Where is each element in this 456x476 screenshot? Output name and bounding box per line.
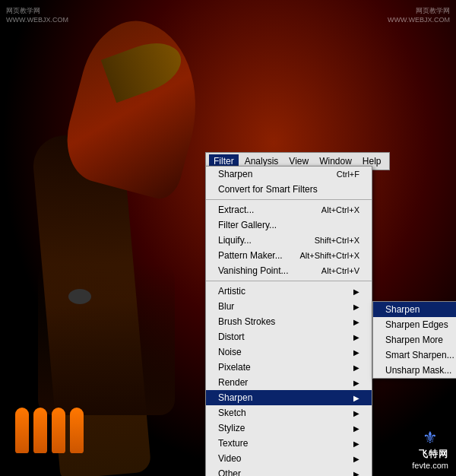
sharpen-submenu: Sharpen Sharpen Edges Sharpen More Smart… — [372, 301, 456, 379]
logo-icon: ⚜ — [412, 428, 448, 448]
dd-noise[interactable]: Noise ▶ — [206, 344, 372, 360]
dd-pixelate[interactable]: Pixelate ▶ — [206, 360, 372, 375]
dd-sharpen-main[interactable]: Sharpen ▶ — [206, 390, 372, 405]
logo-site: fevte.com — [412, 461, 448, 470]
sub-sharpen[interactable]: Sharpen — [373, 302, 456, 317]
dd-artistic[interactable]: Artistic ▶ — [206, 284, 372, 299]
dd-stylize[interactable]: Stylize ▶ — [206, 420, 372, 436]
dd-brush-strokes[interactable]: Brush Strokes ▶ — [206, 314, 372, 329]
sub-sharpen-edges[interactable]: Sharpen Edges — [373, 317, 456, 332]
sub-smart-sharpen[interactable]: Smart Sharpen... — [373, 347, 456, 363]
dd-extract[interactable]: Extract... Alt+Ctrl+X — [206, 202, 372, 217]
dd-video[interactable]: Video ▶ — [206, 451, 372, 466]
dd-liquify[interactable]: Liquify... Shift+Ctrl+X — [206, 233, 372, 248]
dd-other[interactable]: Other ▶ — [206, 466, 372, 476]
filter-dropdown: Sharpen Ctrl+F Convert for Smart Filters… — [205, 166, 372, 476]
dd-texture[interactable]: Texture ▶ — [206, 436, 372, 451]
divider-1 — [206, 199, 372, 200]
divider-2 — [206, 281, 372, 281]
dd-pattern-maker[interactable]: Pattern Maker... Alt+Shift+Ctrl+X — [206, 248, 372, 263]
sub-sharpen-more[interactable]: Sharpen More — [373, 332, 456, 347]
dd-blur[interactable]: Blur ▶ — [206, 299, 372, 314]
sub-unsharp-mask[interactable]: Unsharp Mask... — [373, 363, 456, 378]
dd-vanishing-point[interactable]: Vanishing Point... Alt+Ctrl+V — [206, 263, 372, 278]
dd-sharpen-top[interactable]: Sharpen Ctrl+F — [206, 167, 372, 182]
logo-bottom-right: ⚜ 飞特网 fevte.com — [412, 428, 448, 470]
dd-filter-gallery[interactable]: Filter Gallery... — [206, 217, 372, 233]
bird-silhouette — [68, 289, 91, 304]
watermark-top-right: 网页教学网 WWW.WEBJX.COM — [388, 6, 450, 24]
dd-convert-smart[interactable]: Convert for Smart Filters — [206, 182, 372, 197]
logo-network-name: 飞特网 — [419, 449, 448, 459]
dd-sketch[interactable]: Sketch ▶ — [206, 405, 372, 420]
plant-top — [56, 10, 217, 203]
dd-distort[interactable]: Distort ▶ — [206, 329, 372, 344]
dd-render[interactable]: Render ▶ — [206, 375, 372, 390]
watermark-top-left: 网页教学网 WWW.WEBJX.COM — [6, 6, 68, 24]
plant-roots — [38, 263, 175, 415]
fingers — [15, 408, 84, 453]
